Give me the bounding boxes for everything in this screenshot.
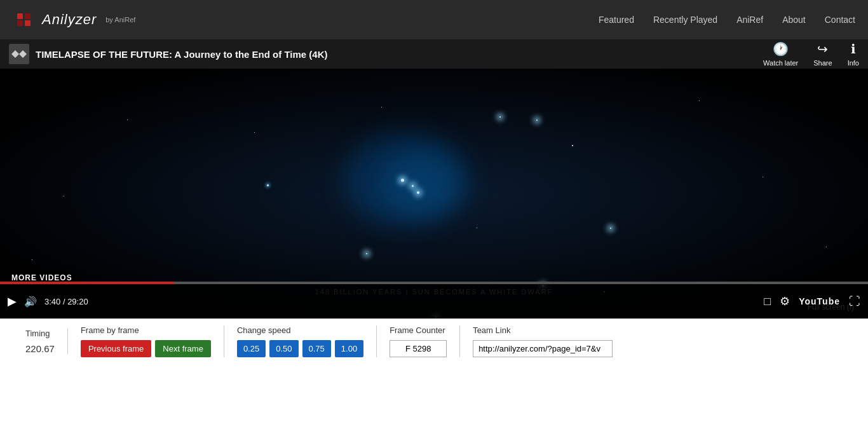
bright-star-10 bbox=[610, 228, 611, 229]
timing-label: Timing bbox=[25, 329, 55, 338]
nav-about[interactable]: About bbox=[782, 15, 806, 25]
next-frame-button[interactable]: Next frame bbox=[155, 340, 211, 357]
volume-button[interactable]: 🔊 bbox=[24, 296, 37, 308]
change-speed-label: Change speed bbox=[237, 325, 363, 335]
nav-aniref[interactable]: AniRef bbox=[736, 15, 763, 25]
change-speed-section: Change speed 0.25 0.50 0.75 1.00 bbox=[224, 325, 377, 357]
video-header: TIMELAPSE OF THE FUTURE: A Journey to th… bbox=[0, 39, 868, 69]
speed-075-button[interactable]: 0.75 bbox=[302, 340, 331, 357]
info-label: Info bbox=[848, 59, 859, 67]
speed-025-button[interactable]: 0.25 bbox=[237, 340, 266, 357]
timing-section: Timing 220.67 bbox=[13, 329, 68, 354]
logo-icon bbox=[13, 11, 36, 29]
logo-sq-3 bbox=[17, 20, 23, 26]
logo-sq-2 bbox=[25, 13, 31, 19]
play-button[interactable]: ▶ bbox=[8, 294, 17, 308]
bright-star-1 bbox=[401, 179, 404, 182]
time-display: 3:40 / 29:20 bbox=[44, 297, 88, 306]
bright-star-2 bbox=[417, 191, 419, 194]
frame-by-frame-content: Previous frame Next frame bbox=[81, 340, 211, 357]
watch-later-label: Watch later bbox=[763, 59, 798, 67]
frame-counter-input[interactable] bbox=[390, 340, 447, 357]
star bbox=[64, 196, 64, 196]
info-icon: ℹ bbox=[851, 41, 856, 57]
frame-by-frame-label: Frame by frame bbox=[81, 325, 211, 335]
nav-featured[interactable]: Featured bbox=[599, 15, 634, 25]
navbar-right: Featured Recently Played AniRef About Co… bbox=[599, 15, 855, 25]
settings-icon[interactable]: ⚙ bbox=[780, 294, 790, 308]
video-header-right: 🕐 Watch later ↪ Share ℹ Info bbox=[763, 41, 859, 67]
watch-later-icon: 🕐 bbox=[773, 41, 789, 57]
bright-star-5 bbox=[499, 116, 501, 118]
navbar-left: Anilyzer by AniRef bbox=[13, 11, 135, 29]
share-button[interactable]: ↪ Share bbox=[813, 41, 832, 67]
change-speed-content: 0.25 0.50 0.75 1.00 bbox=[237, 340, 363, 357]
star bbox=[572, 145, 573, 146]
frame-counter-label: Frame Counter bbox=[390, 325, 447, 335]
star bbox=[699, 100, 700, 101]
share-label: Share bbox=[813, 59, 832, 67]
nav-recently-played[interactable]: Recently Played bbox=[653, 15, 717, 25]
logo-sq-4 bbox=[25, 20, 31, 26]
speed-050-button[interactable]: 0.50 bbox=[269, 340, 298, 357]
logo-text: Anilyzer bbox=[42, 11, 97, 28]
bright-star-6 bbox=[536, 120, 538, 121]
timing-value: 220.67 bbox=[25, 343, 55, 354]
team-link-input[interactable] bbox=[473, 340, 613, 357]
captions-icon[interactable]: □ bbox=[764, 295, 771, 308]
star bbox=[763, 177, 763, 177]
bright-star-7 bbox=[366, 253, 367, 254]
watch-later-button[interactable]: 🕐 Watch later bbox=[763, 41, 798, 67]
logo-sq-1 bbox=[17, 13, 23, 19]
star bbox=[254, 132, 255, 133]
bright-star-4 bbox=[267, 184, 269, 186]
channel-avatar bbox=[9, 44, 29, 64]
expand-icon[interactable]: ⛶ bbox=[849, 295, 860, 308]
star bbox=[826, 247, 827, 247]
bright-star-3 bbox=[412, 185, 414, 187]
by-aniref-text: by AniRef bbox=[105, 16, 135, 24]
frame-counter-content bbox=[390, 340, 447, 357]
info-button[interactable]: ℹ Info bbox=[848, 41, 859, 67]
youtube-logo: YouTube bbox=[799, 296, 840, 306]
team-link-section: Team Link bbox=[460, 325, 625, 357]
team-link-content bbox=[473, 340, 613, 357]
bottom-bar: Timing 220.67 Frame by frame Previous fr… bbox=[0, 318, 868, 364]
star bbox=[127, 120, 128, 120]
share-icon: ↪ bbox=[817, 41, 828, 57]
video-header-left: TIMELAPSE OF THE FUTURE: A Journey to th… bbox=[9, 44, 327, 64]
frame-counter-section: Frame Counter bbox=[377, 325, 460, 357]
timing-content: 220.67 bbox=[25, 343, 55, 354]
controls-right: □ ⚙ YouTube ⛶ bbox=[764, 294, 860, 308]
team-link-label: Team Link bbox=[473, 325, 613, 335]
frame-by-frame-section: Frame by frame Previous frame Next frame bbox=[68, 325, 224, 357]
star bbox=[477, 228, 477, 228]
star bbox=[32, 259, 32, 260]
nav-contact[interactable]: Contact bbox=[825, 15, 855, 25]
speed-100-button[interactable]: 1.00 bbox=[335, 340, 363, 357]
prev-frame-button[interactable]: Previous frame bbox=[81, 340, 151, 357]
video-controls: ▶ 🔊 3:40 / 29:20 □ ⚙ YouTube ⛶ bbox=[0, 284, 868, 318]
nebula-glow-2 bbox=[381, 151, 458, 215]
video-container[interactable]: MORE VIDEOS 148 BILLION YEARS | SUN BECO… bbox=[0, 69, 868, 318]
navbar: Anilyzer by AniRef Featured Recently Pla… bbox=[0, 0, 868, 39]
video-title: TIMELAPSE OF THE FUTURE: A Journey to th… bbox=[36, 49, 327, 60]
star bbox=[381, 107, 382, 107]
